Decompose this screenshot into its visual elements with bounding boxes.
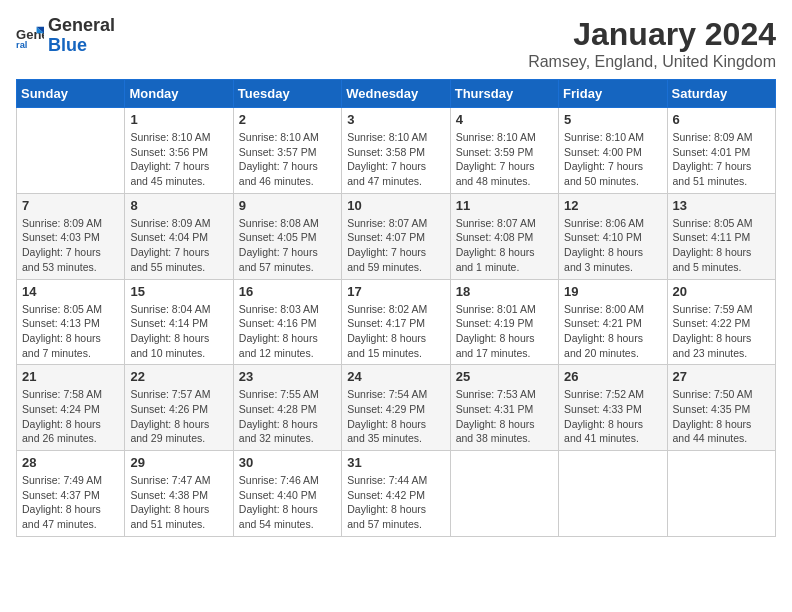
logo-general: General (48, 15, 115, 35)
month-title: January 2024 (528, 16, 776, 53)
day-info: Sunrise: 7:52 AMSunset: 4:33 PMDaylight:… (564, 387, 661, 446)
day-number: 23 (239, 369, 336, 384)
calendar-cell: 11Sunrise: 8:07 AMSunset: 4:08 PMDayligh… (450, 193, 558, 279)
calendar-cell: 1Sunrise: 8:10 AMSunset: 3:56 PMDaylight… (125, 108, 233, 194)
day-number: 6 (673, 112, 770, 127)
day-info: Sunrise: 8:10 AMSunset: 3:57 PMDaylight:… (239, 130, 336, 189)
calendar-cell: 6Sunrise: 8:09 AMSunset: 4:01 PMDaylight… (667, 108, 775, 194)
day-info: Sunrise: 7:46 AMSunset: 4:40 PMDaylight:… (239, 473, 336, 532)
calendar-cell: 30Sunrise: 7:46 AMSunset: 4:40 PMDayligh… (233, 451, 341, 537)
calendar-cell (17, 108, 125, 194)
calendar-cell: 25Sunrise: 7:53 AMSunset: 4:31 PMDayligh… (450, 365, 558, 451)
day-number: 27 (673, 369, 770, 384)
week-row-2: 7Sunrise: 8:09 AMSunset: 4:03 PMDaylight… (17, 193, 776, 279)
calendar-cell: 19Sunrise: 8:00 AMSunset: 4:21 PMDayligh… (559, 279, 667, 365)
day-number: 15 (130, 284, 227, 299)
calendar-cell: 4Sunrise: 8:10 AMSunset: 3:59 PMDaylight… (450, 108, 558, 194)
day-number: 16 (239, 284, 336, 299)
day-number: 3 (347, 112, 444, 127)
day-info: Sunrise: 7:47 AMSunset: 4:38 PMDaylight:… (130, 473, 227, 532)
day-number: 14 (22, 284, 119, 299)
logo-blue: Blue (48, 35, 87, 55)
day-info: Sunrise: 8:04 AMSunset: 4:14 PMDaylight:… (130, 302, 227, 361)
logo: Gene ral General Blue (16, 16, 115, 56)
day-number: 13 (673, 198, 770, 213)
week-row-1: 1Sunrise: 8:10 AMSunset: 3:56 PMDaylight… (17, 108, 776, 194)
day-info: Sunrise: 8:07 AMSunset: 4:07 PMDaylight:… (347, 216, 444, 275)
day-info: Sunrise: 8:08 AMSunset: 4:05 PMDaylight:… (239, 216, 336, 275)
week-row-3: 14Sunrise: 8:05 AMSunset: 4:13 PMDayligh… (17, 279, 776, 365)
calendar-table: SundayMondayTuesdayWednesdayThursdayFrid… (16, 79, 776, 537)
day-number: 2 (239, 112, 336, 127)
calendar-cell: 2Sunrise: 8:10 AMSunset: 3:57 PMDaylight… (233, 108, 341, 194)
calendar-cell: 9Sunrise: 8:08 AMSunset: 4:05 PMDaylight… (233, 193, 341, 279)
calendar-cell: 20Sunrise: 7:59 AMSunset: 4:22 PMDayligh… (667, 279, 775, 365)
calendar-cell: 18Sunrise: 8:01 AMSunset: 4:19 PMDayligh… (450, 279, 558, 365)
calendar-cell: 13Sunrise: 8:05 AMSunset: 4:11 PMDayligh… (667, 193, 775, 279)
day-info: Sunrise: 8:00 AMSunset: 4:21 PMDaylight:… (564, 302, 661, 361)
calendar-cell: 8Sunrise: 8:09 AMSunset: 4:04 PMDaylight… (125, 193, 233, 279)
day-number: 5 (564, 112, 661, 127)
day-info: Sunrise: 8:10 AMSunset: 3:59 PMDaylight:… (456, 130, 553, 189)
day-info: Sunrise: 7:54 AMSunset: 4:29 PMDaylight:… (347, 387, 444, 446)
calendar-cell: 14Sunrise: 8:05 AMSunset: 4:13 PMDayligh… (17, 279, 125, 365)
calendar-cell (559, 451, 667, 537)
day-number: 22 (130, 369, 227, 384)
day-number: 19 (564, 284, 661, 299)
day-info: Sunrise: 8:10 AMSunset: 3:56 PMDaylight:… (130, 130, 227, 189)
weekday-header-sunday: Sunday (17, 80, 125, 108)
weekday-header-friday: Friday (559, 80, 667, 108)
day-number: 4 (456, 112, 553, 127)
calendar-cell: 31Sunrise: 7:44 AMSunset: 4:42 PMDayligh… (342, 451, 450, 537)
calendar-cell: 22Sunrise: 7:57 AMSunset: 4:26 PMDayligh… (125, 365, 233, 451)
calendar-cell: 15Sunrise: 8:04 AMSunset: 4:14 PMDayligh… (125, 279, 233, 365)
calendar-cell: 5Sunrise: 8:10 AMSunset: 4:00 PMDaylight… (559, 108, 667, 194)
calendar-cell: 21Sunrise: 7:58 AMSunset: 4:24 PMDayligh… (17, 365, 125, 451)
day-number: 11 (456, 198, 553, 213)
calendar-cell: 7Sunrise: 8:09 AMSunset: 4:03 PMDaylight… (17, 193, 125, 279)
page-header: Gene ral General Blue January 2024 Ramse… (16, 16, 776, 71)
day-info: Sunrise: 8:01 AMSunset: 4:19 PMDaylight:… (456, 302, 553, 361)
day-info: Sunrise: 7:55 AMSunset: 4:28 PMDaylight:… (239, 387, 336, 446)
day-number: 8 (130, 198, 227, 213)
calendar-cell (667, 451, 775, 537)
day-number: 20 (673, 284, 770, 299)
weekday-header-wednesday: Wednesday (342, 80, 450, 108)
calendar-cell: 23Sunrise: 7:55 AMSunset: 4:28 PMDayligh… (233, 365, 341, 451)
logo-icon: Gene ral (16, 22, 44, 50)
day-info: Sunrise: 8:09 AMSunset: 4:01 PMDaylight:… (673, 130, 770, 189)
day-info: Sunrise: 8:05 AMSunset: 4:11 PMDaylight:… (673, 216, 770, 275)
day-info: Sunrise: 8:06 AMSunset: 4:10 PMDaylight:… (564, 216, 661, 275)
day-info: Sunrise: 7:59 AMSunset: 4:22 PMDaylight:… (673, 302, 770, 361)
day-number: 9 (239, 198, 336, 213)
weekday-header-thursday: Thursday (450, 80, 558, 108)
day-info: Sunrise: 7:57 AMSunset: 4:26 PMDaylight:… (130, 387, 227, 446)
day-number: 17 (347, 284, 444, 299)
day-number: 1 (130, 112, 227, 127)
day-info: Sunrise: 8:05 AMSunset: 4:13 PMDaylight:… (22, 302, 119, 361)
calendar-cell: 27Sunrise: 7:50 AMSunset: 4:35 PMDayligh… (667, 365, 775, 451)
day-info: Sunrise: 8:02 AMSunset: 4:17 PMDaylight:… (347, 302, 444, 361)
weekday-header-row: SundayMondayTuesdayWednesdayThursdayFrid… (17, 80, 776, 108)
day-number: 10 (347, 198, 444, 213)
calendar-cell: 12Sunrise: 8:06 AMSunset: 4:10 PMDayligh… (559, 193, 667, 279)
calendar-cell: 29Sunrise: 7:47 AMSunset: 4:38 PMDayligh… (125, 451, 233, 537)
calendar-cell: 16Sunrise: 8:03 AMSunset: 4:16 PMDayligh… (233, 279, 341, 365)
day-number: 12 (564, 198, 661, 213)
title-area: January 2024 Ramsey, England, United Kin… (528, 16, 776, 71)
day-number: 29 (130, 455, 227, 470)
weekday-header-monday: Monday (125, 80, 233, 108)
day-number: 28 (22, 455, 119, 470)
week-row-4: 21Sunrise: 7:58 AMSunset: 4:24 PMDayligh… (17, 365, 776, 451)
day-info: Sunrise: 8:09 AMSunset: 4:03 PMDaylight:… (22, 216, 119, 275)
day-number: 25 (456, 369, 553, 384)
calendar-cell: 10Sunrise: 8:07 AMSunset: 4:07 PMDayligh… (342, 193, 450, 279)
day-number: 7 (22, 198, 119, 213)
weekday-header-saturday: Saturday (667, 80, 775, 108)
calendar-cell: 24Sunrise: 7:54 AMSunset: 4:29 PMDayligh… (342, 365, 450, 451)
day-info: Sunrise: 7:58 AMSunset: 4:24 PMDaylight:… (22, 387, 119, 446)
location-title: Ramsey, England, United Kingdom (528, 53, 776, 71)
day-number: 18 (456, 284, 553, 299)
day-number: 30 (239, 455, 336, 470)
calendar-cell: 3Sunrise: 8:10 AMSunset: 3:58 PMDaylight… (342, 108, 450, 194)
